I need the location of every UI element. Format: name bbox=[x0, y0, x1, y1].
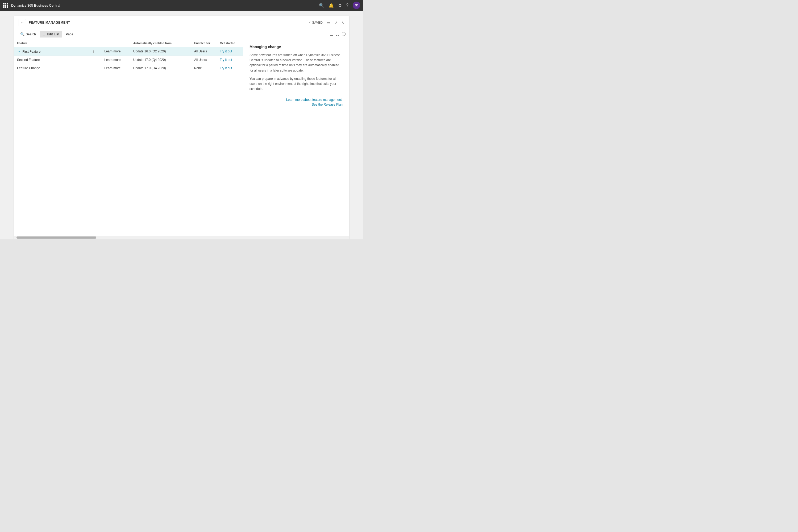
learn-more-cell[interactable]: Learn more bbox=[101, 56, 131, 64]
settings-icon[interactable]: ⚙ bbox=[338, 3, 342, 8]
search-btn-icon: 🔍 bbox=[20, 32, 24, 36]
edit-list-icon: ☷ bbox=[42, 32, 45, 36]
more-options-cell bbox=[88, 56, 101, 64]
page-title: FEATURE MANAGEMENT bbox=[29, 21, 306, 24]
learn-more-link[interactable]: Learn more bbox=[104, 66, 120, 70]
auto-enabled-cell: Update 17.0 (Q4 2020) bbox=[131, 56, 191, 64]
table-row[interactable]: → First Feature ⋮ Learn more Update 16.0… bbox=[14, 47, 243, 56]
enabled-for-cell: None bbox=[191, 64, 217, 72]
get-started-cell: Try it out bbox=[217, 47, 243, 56]
release-plan-link[interactable]: See the Release Plan bbox=[249, 103, 343, 107]
enabled-for-cell: All Users bbox=[191, 56, 217, 64]
search-label: Search bbox=[26, 33, 36, 36]
col-header-learn bbox=[101, 39, 131, 47]
edit-list-label: Edit List bbox=[47, 33, 59, 36]
learn-more-cell[interactable]: Learn more bbox=[101, 47, 131, 56]
feature-name: Feature Change bbox=[17, 66, 40, 70]
page-card: ← FEATURE MANAGEMENT ✓ SAVED ▭ ↗ ↖ 🔍 Sea… bbox=[14, 16, 349, 240]
info-icon[interactable]: ⓘ bbox=[342, 32, 346, 37]
info-paragraph-1: Some new features are turned off when Dy… bbox=[249, 53, 343, 73]
top-navigation: Dynamics 365 Business Central 🔍 🔔 ⚙ ? JD bbox=[0, 0, 363, 11]
col-header-auto-enabled: Automatically enabled from bbox=[131, 39, 191, 47]
search-button[interactable]: 🔍 Search bbox=[18, 31, 39, 38]
feature-name: First Feature bbox=[22, 50, 40, 54]
auto-enabled-cell: Update 16.0 (Q2 2020) bbox=[131, 47, 191, 56]
row-arrow-icon: → bbox=[17, 50, 20, 54]
table-row[interactable]: Feature Change Learn more Update 17.0 (Q… bbox=[14, 64, 243, 72]
columns-icon[interactable]: ☷ bbox=[336, 32, 339, 37]
col-header-get-started: Get started bbox=[217, 39, 243, 47]
learn-more-link[interactable]: Learn more bbox=[104, 58, 120, 62]
col-header-feature: Feature bbox=[14, 39, 88, 47]
scrollbar-thumb[interactable] bbox=[17, 236, 96, 239]
app-title: Dynamics 365 Business Central bbox=[11, 3, 316, 7]
edit-list-button[interactable]: ☷ Edit List bbox=[40, 31, 62, 38]
learn-more-cell[interactable]: Learn more bbox=[101, 64, 131, 72]
enabled-for-value: All Users bbox=[194, 58, 207, 62]
table-row[interactable]: Second Feature Learn more Update 17.0 (Q… bbox=[14, 56, 243, 64]
info-panel: Managing change Some new features are tu… bbox=[243, 39, 349, 236]
feature-table: Feature Automatically enabled from Enabl… bbox=[14, 39, 243, 72]
learn-more-link[interactable]: Learn more bbox=[104, 50, 120, 53]
try-it-out-link[interactable]: Try it out bbox=[220, 50, 232, 53]
info-paragraph-2: You can prepare in advance by enabling t… bbox=[249, 76, 343, 92]
col-header-actions bbox=[88, 39, 101, 47]
top-nav-icons: 🔍 🔔 ⚙ ? JD bbox=[319, 2, 360, 9]
info-links: Learn more about feature management. See… bbox=[249, 98, 343, 107]
auto-enabled-value: Update 17.0 (Q4 2020) bbox=[133, 58, 166, 62]
get-started-cell: Try it out bbox=[217, 56, 243, 64]
app-grid-icon[interactable] bbox=[3, 3, 8, 8]
auto-enabled-value: Update 16.0 (Q2 2020) bbox=[133, 50, 166, 53]
back-button[interactable]: ← bbox=[19, 19, 26, 26]
header-actions: ✓ SAVED ▭ ↗ ↖ bbox=[308, 20, 345, 25]
try-it-out-link[interactable]: Try it out bbox=[220, 66, 232, 70]
feature-name-cell: Second Feature bbox=[14, 56, 88, 64]
more-options-cell: ⋮ bbox=[88, 47, 101, 56]
info-panel-title: Managing change bbox=[249, 45, 343, 49]
learn-more-feature-link[interactable]: Learn more about feature management. bbox=[249, 98, 343, 101]
more-options-button[interactable]: ⋮ bbox=[91, 49, 97, 54]
search-icon[interactable]: 🔍 bbox=[319, 3, 324, 8]
page-label: Page bbox=[66, 33, 73, 36]
filter-icon[interactable]: ☰ bbox=[329, 32, 333, 37]
saved-badge: ✓ SAVED bbox=[308, 21, 323, 24]
horizontal-scrollbar[interactable] bbox=[14, 236, 349, 240]
feature-name-cell: → First Feature bbox=[14, 47, 88, 56]
more-options-cell bbox=[88, 64, 101, 72]
help-icon[interactable]: ? bbox=[346, 3, 348, 8]
table-section: Feature Automatically enabled from Enabl… bbox=[14, 39, 243, 236]
auto-enabled-cell: Update 17.0 (Q4 2020) bbox=[131, 64, 191, 72]
auto-enabled-value: Update 17.0 (Q4 2020) bbox=[133, 66, 166, 70]
check-icon: ✓ bbox=[308, 21, 311, 24]
feature-name-cell: Feature Change bbox=[14, 64, 88, 72]
try-it-out-link[interactable]: Try it out bbox=[220, 58, 232, 62]
saved-label: SAVED bbox=[312, 21, 323, 24]
bookmark-icon[interactable]: ▭ bbox=[326, 20, 330, 25]
enabled-for-value: None bbox=[194, 66, 202, 70]
get-started-cell: Try it out bbox=[217, 64, 243, 72]
page-header: ← FEATURE MANAGEMENT ✓ SAVED ▭ ↗ ↖ bbox=[14, 16, 349, 29]
share-icon[interactable]: ↗ bbox=[334, 20, 338, 25]
enabled-for-cell: All Users bbox=[191, 47, 217, 56]
user-avatar[interactable]: JD bbox=[353, 2, 360, 9]
feature-name: Second Feature bbox=[17, 58, 40, 62]
content-area: Feature Automatically enabled from Enabl… bbox=[14, 39, 349, 236]
page-button[interactable]: Page bbox=[63, 31, 76, 38]
enabled-for-value: All Users bbox=[194, 50, 207, 53]
notifications-icon[interactable]: 🔔 bbox=[328, 3, 334, 8]
main-container: ← FEATURE MANAGEMENT ✓ SAVED ▭ ↗ ↖ 🔍 Sea… bbox=[0, 11, 363, 240]
toolbar: 🔍 Search ☷ Edit List Page ☰ ☷ ⓘ bbox=[14, 29, 349, 39]
col-header-enabled-for: Enabled for bbox=[191, 39, 217, 47]
toolbar-right: ☰ ☷ ⓘ bbox=[329, 32, 346, 37]
expand-icon[interactable]: ↖ bbox=[341, 20, 345, 25]
